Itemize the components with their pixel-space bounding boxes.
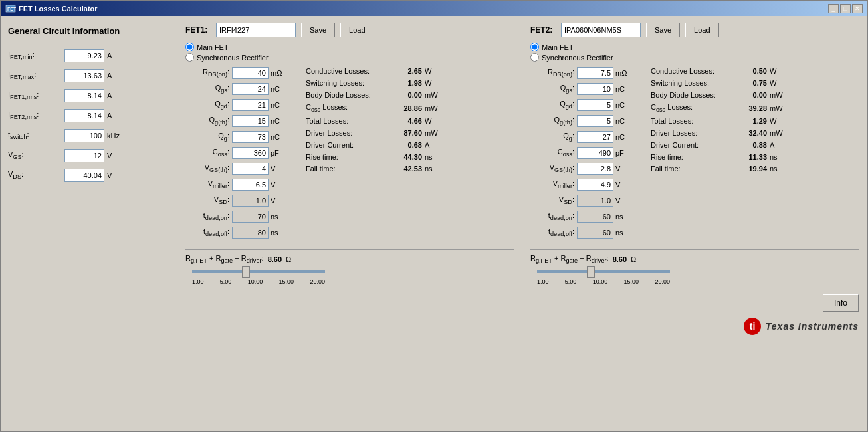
fet2-body-losses-unit: mW [770,91,790,99]
fet2-qgd-input[interactable] [577,99,613,111]
fet1-driver-current-label: Driver Current: [306,141,392,149]
f-switch-unit: kHz [107,132,120,140]
fet2-coss-losses-row: Coss Losses: 39.28 mW [651,103,790,113]
fet1-qg-input[interactable] [232,131,269,143]
fet2-rise-time-value: 11.33 [737,153,767,161]
fet1-tick-1: 1.00 [192,278,204,285]
fet2-driver-current-value: 0.88 [737,141,767,149]
fet2-qgd-label: Qgd: [530,100,577,110]
main-content: General Circuit Information IFET,min: A … [1,16,867,431]
f-switch-input[interactable] [64,129,104,142]
minimize-button[interactable]: _ [828,4,839,13]
fet1-vgsth-input[interactable] [232,163,269,175]
fet2-sw-losses-label: Switching Losses: [651,79,737,87]
i-fet-min-input[interactable] [64,49,104,62]
fet1-coss-input[interactable] [232,147,269,159]
i-fet-min-unit: A [107,52,112,60]
fet2-tdead-on-input[interactable] [577,211,613,223]
fet1-name-input[interactable] [216,23,296,37]
fet2-qgth-input[interactable] [577,115,613,127]
fet2-rds-unit: mΩ [615,69,632,77]
fet1-tdead-on-input[interactable] [232,211,269,223]
v-ds-input[interactable] [64,169,104,182]
fet1-vsd-row: VSD: V [185,195,287,207]
fet1-coss-unit: pF [271,149,287,157]
fet2-qg-input[interactable] [577,131,613,143]
fet1-qgs-label: Qgs: [185,84,232,94]
fet2-coss-row: Coss: pF [530,147,632,159]
v-gs-input[interactable] [64,149,104,162]
fet2-main-fet-radio[interactable] [530,43,539,51]
fet2-qgs-input[interactable] [577,83,613,95]
fet2-tick-5: 5.00 [565,278,577,285]
fet2-coss-input[interactable] [577,147,613,159]
ti-logo-icon: ti [743,317,762,336]
fet2-qg-row: Qg: nC [530,131,632,143]
fet1-driver-losses-value: 87.60 [392,129,422,137]
fet2-sw-losses-value: 0.75 [737,79,767,87]
i-fet1-rms-label: IFET1,rms: [8,90,64,100]
fet2-sync-rect-row: Synchronous Rectifier [530,53,859,62]
fet1-slider-label-row: Rg,FET + Rgate + Rdriver: 8.60 Ω [185,254,514,264]
fet2-tdead-on-label: tdead,on: [530,211,577,221]
fet2-sync-rect-radio[interactable] [530,53,539,62]
window-title: FET Losses Calculator [19,5,98,13]
fet1-slider-input[interactable] [192,270,325,273]
fet2-driver-current-row: Driver Current: 0.88 A [651,141,790,149]
v-gs-unit: V [107,152,112,160]
info-button[interactable]: Info [823,294,859,312]
fet2-tick-1: 1.00 [537,278,549,285]
fet2-vgsth-row: VGS(th): V [530,163,632,175]
fet1-qgth-input[interactable] [232,115,269,127]
fet1-save-button[interactable]: Save [301,23,335,37]
fet2-qgs-unit: nC [615,85,632,93]
fet1-qgd-unit: nC [271,101,287,109]
v-ds-label: VDS: [8,170,64,180]
fet1-radio-group: Main FET Synchronous Rectifier [185,43,514,62]
fet2-body-losses-row: Body Diode Losses: 0.00 mW [651,91,790,99]
fet1-qgd-input[interactable] [232,99,269,111]
close-button[interactable]: ✕ [852,4,863,13]
fet1-tdead-off-input[interactable] [232,227,269,239]
fet1-qg-unit: nC [271,133,287,141]
fet2-slider-input[interactable] [537,270,670,273]
fet2-tdead-off-row: tdead,off: ns [530,227,632,239]
fet2-vsd-input[interactable] [577,195,613,207]
maximize-button[interactable]: □ [840,4,851,13]
i-fet1-rms-input[interactable] [64,89,104,102]
fet1-qgs-input[interactable] [232,83,269,95]
fet1-sync-rect-radio[interactable] [185,53,194,62]
fet1-header: FET1: Save Load [185,23,514,37]
fet2-fall-time-label: Fall time: [651,165,737,173]
fet2-tdead-off-label: tdead,off: [530,227,577,237]
fet2-save-button[interactable]: Save [646,23,680,37]
fet2-coss-unit: pF [615,149,632,157]
fet1-tdead-off-row: tdead,off: ns [185,227,287,239]
v-gs-row: VGS: V [8,149,170,162]
fet1-cond-losses-label: Conductive Losses: [306,67,392,75]
fet2-rds-input[interactable] [577,67,613,79]
fet2-vmiller-input[interactable] [577,179,613,191]
i-fet-max-row: IFET,max: A [8,69,170,82]
fet1-qgd-row: Qgd: nC [185,99,287,111]
fet1-rds-input[interactable] [232,67,269,79]
fet2-name-input[interactable] [561,23,641,37]
fet1-slider-section: Rg,FET + Rgate + Rdriver: 8.60 Ω 1.00 5.… [185,249,514,285]
i-fet2-rms-unit: A [107,112,112,120]
fet2-tdead-off-input[interactable] [577,227,613,239]
fet1-body-losses-unit: mW [425,91,445,99]
fet2-load-button[interactable]: Load [685,23,718,37]
fet1-vsd-input[interactable] [232,195,269,207]
fet2-qgd-unit: nC [615,101,632,109]
i-fet2-rms-input[interactable] [64,109,104,122]
fet1-main-fet-radio[interactable] [185,43,194,51]
fet2-vgsth-input[interactable] [577,163,613,175]
fet1-vgsth-label: VGS(th): [185,163,232,173]
i-fet-max-input[interactable] [64,69,104,82]
fet-panels: FET1: Save Load Main FET Synchronous Rec… [177,16,867,431]
i-fet-min-label: IFET,min: [8,51,64,60]
fet1-rise-time-value: 44.30 [392,153,422,161]
fet2-coss-losses-unit: mW [770,104,790,112]
fet1-load-button[interactable]: Load [340,23,374,37]
fet1-vmiller-input[interactable] [232,179,269,191]
